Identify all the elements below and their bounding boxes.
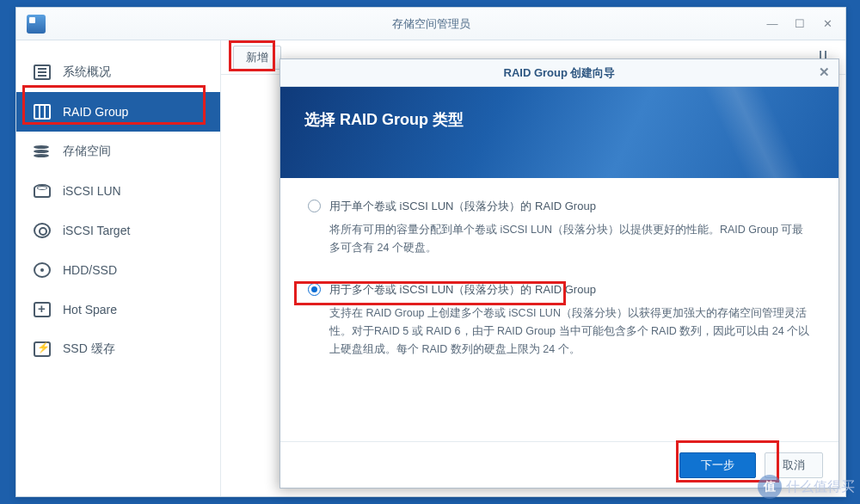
ssd-cache-icon xyxy=(34,341,51,357)
radio-single-volume[interactable] xyxy=(308,200,321,212)
cancel-button[interactable]: 取消 xyxy=(765,452,823,478)
sidebar-item-label: RAID Group xyxy=(63,105,128,119)
dialog-titlebar: RAID Group 创建向导 ✕ xyxy=(280,59,838,87)
dialog-header: 选择 RAID Group 类型 xyxy=(280,87,838,178)
watermark-text: 什么值得买 xyxy=(786,478,855,496)
dialog-close-button[interactable]: ✕ xyxy=(814,63,833,82)
close-button[interactable]: ✕ xyxy=(814,14,840,34)
storage-icon xyxy=(34,144,51,159)
sidebar-item-raid-group[interactable]: RAID Group xyxy=(16,92,220,132)
add-button[interactable]: 新增 xyxy=(233,46,281,70)
sidebar-item-overview[interactable]: 系统概况 xyxy=(16,52,220,92)
option-single-desc: 将所有可用的容量分配到单个卷或 iSCSI LUN（段落分块）以提供更好的性能。… xyxy=(329,221,811,258)
sidebar-item-iscsi-lun[interactable]: iSCSI LUN xyxy=(16,171,220,211)
sidebar-item-hdd-ssd[interactable]: HDD/SSD xyxy=(16,250,220,290)
sidebar-item-label: Hot Spare xyxy=(63,303,117,317)
iscsi-lun-icon xyxy=(34,184,51,198)
sidebar-item-hot-spare[interactable]: Hot Spare xyxy=(16,290,220,329)
raid-group-wizard-dialog: RAID Group 创建向导 ✕ 选择 RAID Group 类型 用于单个卷… xyxy=(280,58,839,489)
radio-multi-volume[interactable] xyxy=(308,283,321,296)
hot-spare-icon xyxy=(34,302,51,317)
sidebar-item-label: 系统概况 xyxy=(63,65,111,80)
dialog-footer: 下一步 取消 xyxy=(280,441,838,488)
sidebar-item-label: iSCSI Target xyxy=(63,224,130,237)
titlebar: 存储空间管理员 — ☐ ✕ xyxy=(16,8,845,40)
sidebar-item-label: 存储空间 xyxy=(63,144,111,159)
option-label: 用于多个卷或 iSCSI LUN（段落分块）的 RAID Group xyxy=(329,282,596,298)
window-title: 存储空间管理员 xyxy=(392,16,470,32)
watermark: 值 什么值得买 xyxy=(758,475,855,499)
option-label: 用于单个卷或 iSCSI LUN（段落分块）的 RAID Group xyxy=(329,199,596,214)
sidebar: 系统概况 RAID Group 存储空间 iSCSI LUN iSCSI Tar… xyxy=(16,40,221,496)
dialog-title: RAID Group 创建向导 xyxy=(504,65,616,81)
app-icon xyxy=(27,15,46,34)
dialog-heading: 选择 RAID Group 类型 xyxy=(304,111,464,128)
option-multi-volume[interactable]: 用于多个卷或 iSCSI LUN（段落分块）的 RAID Group xyxy=(308,282,811,298)
sidebar-item-storage[interactable]: 存储空间 xyxy=(16,132,220,171)
raid-group-icon xyxy=(34,104,51,120)
option-single-volume[interactable]: 用于单个卷或 iSCSI LUN（段落分块）的 RAID Group xyxy=(308,199,811,214)
sidebar-item-label: iSCSI LUN xyxy=(63,184,121,198)
window-controls: — ☐ ✕ xyxy=(759,14,840,34)
sidebar-item-label: SSD 缓存 xyxy=(63,341,115,357)
hdd-ssd-icon xyxy=(34,262,51,278)
maximize-button[interactable]: ☐ xyxy=(787,14,813,34)
minimize-button[interactable]: — xyxy=(759,14,785,34)
option-multi-desc: 支持在 RAID Group 上创建多个卷或 iSCSI LUN（段落分块）以获… xyxy=(329,304,811,360)
sidebar-item-label: HDD/SSD xyxy=(63,263,117,277)
next-button[interactable]: 下一步 xyxy=(679,452,756,478)
watermark-badge: 值 xyxy=(758,475,782,499)
sidebar-item-iscsi-target[interactable]: iSCSI Target xyxy=(16,211,220,250)
iscsi-target-icon xyxy=(34,223,51,238)
sidebar-item-ssd-cache[interactable]: SSD 缓存 xyxy=(16,329,220,369)
dialog-body: 用于单个卷或 iSCSI LUN（段落分块）的 RAID Group 将所有可用… xyxy=(280,178,838,403)
overview-icon xyxy=(34,65,51,80)
